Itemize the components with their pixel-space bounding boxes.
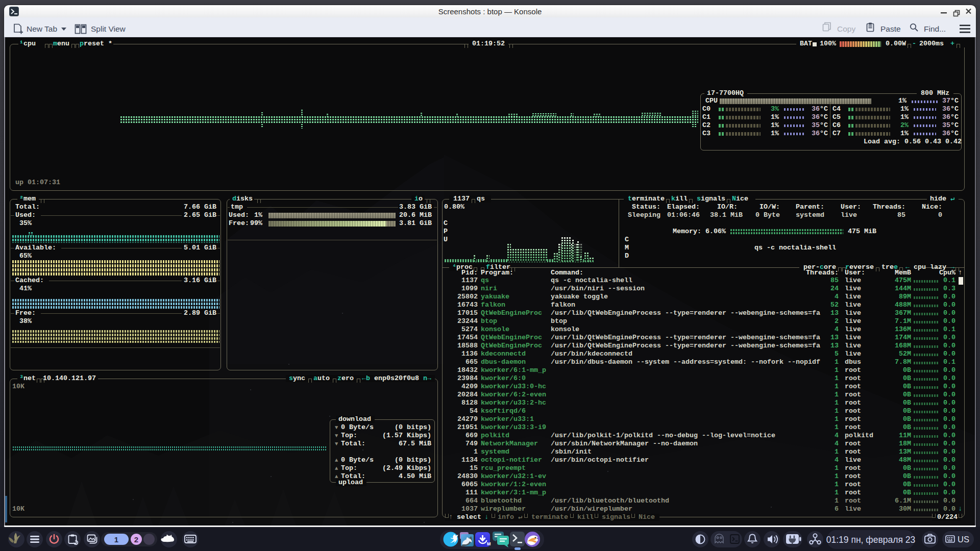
svg-text:2: 2 [134,535,138,544]
svg-text:01:19 пн, февраля 23: 01:19 пн, февраля 23 [826,535,915,545]
svg-text:US: US [958,535,969,544]
svg-text:1: 1 [114,535,118,544]
svg-text:M: M [487,541,491,546]
